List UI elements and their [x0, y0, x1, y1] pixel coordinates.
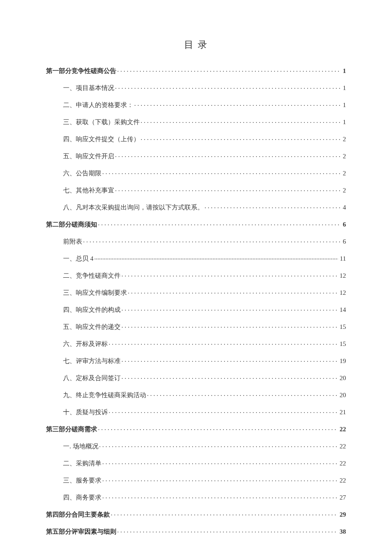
toc-leader-dots [109, 408, 337, 414]
toc-entry: 二、申请人的资格要求：1 [63, 101, 346, 108]
toc-entry: 二、竞争性磋商文件12 [63, 271, 346, 279]
toc-entry-label: 二、申请人的资格要求： [63, 102, 133, 108]
toc-entry: 三、服务要求22 [63, 476, 346, 484]
toc-entry-label: 六、开标及评标 [63, 341, 108, 347]
toc-entry: 四、商务要求27 [63, 493, 346, 501]
toc-entry-page: 1 [342, 102, 346, 108]
toc-entry-page: 38 [338, 529, 346, 535]
toc-entry-label: 七、其他补充事宜 [63, 187, 114, 194]
toc-entry: 三、获取（下载）采购文件1 [63, 118, 346, 125]
toc-leader-dots [121, 357, 337, 363]
toc-entry-label: 前附表 [63, 238, 82, 245]
toc-entry-label: 三、获取（下载）采购文件 [63, 119, 140, 125]
toc-entry-label: 第五部分评审因素与细则 [46, 529, 116, 535]
toc-entry: 一、项目基本情况1 [63, 84, 346, 91]
toc-entry-label: 八、定标及合同签订 [63, 375, 121, 381]
toc-leader-dots [121, 323, 337, 329]
toc-entry: 八、定标及合同签订20 [63, 374, 346, 381]
toc-entry: 九、终止竞争性磋商采购活动20 [63, 391, 346, 398]
toc-entry-label: 四、响应文件提交（上传） [63, 136, 140, 142]
toc-entry: 第二部分磋商须知6 [46, 220, 346, 228]
toc-leader-dots [121, 271, 337, 278]
toc-leader-dots [98, 425, 337, 431]
toc-leader-dots [115, 84, 341, 90]
toc-leader-dots [117, 527, 337, 534]
toc-entry: 前附表6 [63, 237, 346, 245]
toc-entry-label: 五、响应文件开启 [63, 153, 114, 160]
toc-leader-dots [102, 169, 341, 175]
toc-entry-label: 六、公告期限 [63, 170, 101, 177]
toc-entry-label: 二、竞争性磋商文件 [63, 273, 121, 279]
toc-leader-dots [102, 493, 337, 500]
toc-entry-page: 15 [338, 324, 346, 330]
toc-leader-dots [99, 442, 338, 448]
toc-entry-label: 第四部分合同主要条款 [46, 511, 110, 518]
toc-leader-dots [109, 340, 337, 346]
toc-leader-dots [102, 459, 337, 465]
toc-entry-page: 14 [338, 307, 346, 313]
toc-entry-page: 20 [338, 375, 346, 381]
toc-entry-label: 九、终止竞争性磋商采购活动 [63, 392, 146, 398]
toc-entry: 七、评审方法与标准19 [63, 357, 346, 364]
toc-entry-page: 15 [338, 341, 346, 347]
toc-leader-dots [83, 237, 341, 244]
toc-entry-page: 1 [342, 85, 346, 91]
toc-entry-page: 22 [338, 426, 346, 433]
toc-entry-page: 19 [338, 358, 346, 364]
toc-entry-label: 五、响应文件的递交 [63, 324, 121, 330]
toc-entry-page: 6 [342, 238, 346, 245]
toc-leader-dots [102, 476, 337, 482]
toc-entry: 四、响应文件的构成14 [63, 305, 346, 313]
toc-leader-dots [111, 510, 337, 517]
toc-leader-dots [117, 67, 341, 73]
toc-entry: 四、响应文件提交（上传）2 [63, 135, 346, 142]
toc-entry: 一. 场地概况22 [63, 442, 346, 450]
toc-entry-label: 四、响应文件的构成 [63, 307, 121, 313]
toc-entry-label: 七、评审方法与标准 [63, 358, 121, 364]
toc-entry-label: 第三部分磋商需求 [46, 426, 97, 433]
toc-leader-dots [147, 391, 337, 397]
toc-entry-label: 二、采购清单 [63, 460, 101, 467]
toc-entry-page: 22 [338, 460, 346, 467]
toc-entry-label: 四、商务要求 [63, 494, 101, 501]
toc-entry-page: 29 [338, 511, 346, 518]
toc-entry-label: 一、项目基本情况 [63, 85, 114, 91]
toc-entry: 八、凡对本次采购提出询问，请按以下方式联系。4 [63, 203, 346, 211]
toc-leader-dots [115, 186, 341, 192]
toc-entry: 一、总贝 411 [63, 254, 346, 262]
toc-entry-label: 三、响应文件编制要求 [63, 290, 127, 296]
toc-entry-page: 12 [338, 273, 346, 279]
toc-entry-page: 2 [342, 153, 346, 160]
toc-leader-dots [94, 254, 337, 261]
toc-entry-page: 27 [338, 494, 346, 501]
toc-entry: 六、公告期限2 [63, 169, 346, 177]
toc-entry-page: 22 [338, 443, 346, 450]
toc-entry-page: 2 [342, 187, 346, 194]
toc-entry-page: 11 [339, 256, 346, 262]
toc-entry-page: 2 [342, 170, 346, 177]
toc-entry-label: 一. 场地概况 [63, 443, 98, 450]
toc-leader-dots [115, 152, 341, 158]
toc-leader-dots [128, 288, 337, 295]
toc-entry: 十、质疑与投诉21 [63, 408, 346, 416]
toc-entry: 第四部分合同主要条款29 [46, 510, 346, 518]
toc-entry-page: 6 [342, 221, 346, 228]
toc-entry-page: 20 [338, 392, 346, 398]
toc-leader-dots [141, 135, 341, 141]
toc-entry: 二、采购清单22 [63, 459, 346, 467]
toc-entry-label: 三、服务要求 [63, 477, 101, 484]
toc-entry-label: 八、凡对本次采购提出询问，请按以下方式联系。 [63, 204, 204, 211]
toc-entry-page: 1 [342, 68, 346, 74]
toc-entry: 六、开标及评标15 [63, 340, 346, 347]
toc-entry-page: 1 [342, 119, 346, 125]
toc-entry-label: 第二部分磋商须知 [46, 221, 97, 228]
toc-entry-page: 21 [338, 409, 346, 416]
toc-title: 目 录 [46, 38, 346, 51]
toc-entry-label: 十、质疑与投诉 [63, 409, 108, 416]
toc-entry-page: 2 [342, 136, 346, 142]
toc-entry: 第三部分磋商需求22 [46, 425, 346, 433]
toc-list: 第一部分竞争性磋商公告1一、项目基本情况1二、申请人的资格要求：1三、获取（下载… [46, 67, 346, 535]
toc-leader-dots [141, 118, 341, 124]
toc-entry-page: 22 [338, 477, 346, 484]
toc-entry: 五、响应文件开启2 [63, 152, 346, 160]
